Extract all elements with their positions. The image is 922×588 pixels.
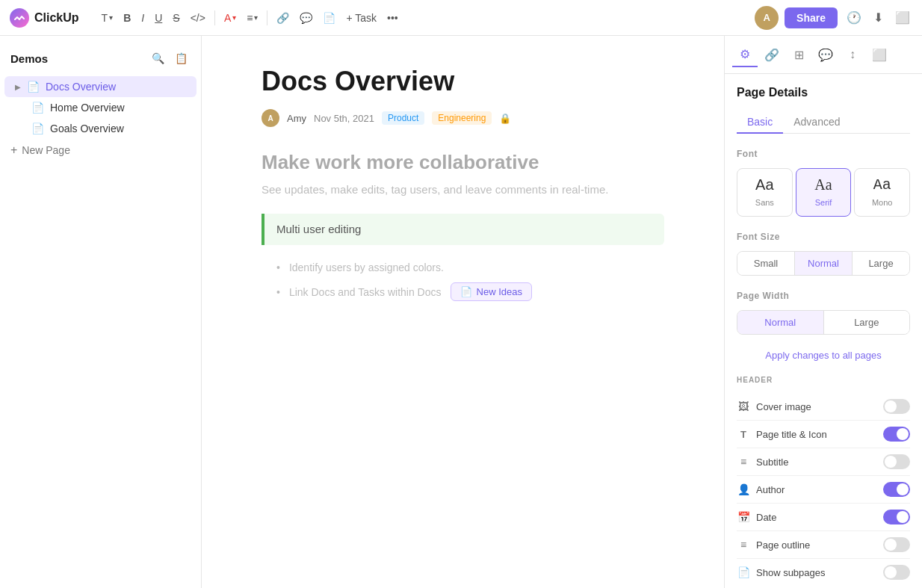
more-tools[interactable]: ••• bbox=[383, 9, 403, 27]
panel-tab-layout[interactable]: ⬜ bbox=[867, 42, 892, 67]
sidebar-add-doc-button[interactable]: 📋 bbox=[172, 49, 191, 67]
link-tool[interactable]: 🔗 bbox=[272, 9, 294, 27]
sidebar-item-label: Docs Overview bbox=[46, 81, 116, 93]
logo: ClickUp bbox=[9, 7, 79, 28]
font-label-mono: Mono bbox=[872, 198, 893, 207]
strikethrough-tool[interactable]: S bbox=[168, 9, 184, 27]
panel-title: Page Details bbox=[737, 86, 910, 99]
toggle-page-outline[interactable] bbox=[883, 537, 910, 552]
font-size-options: Small Normal Large bbox=[737, 251, 910, 276]
toggle-subtitle[interactable] bbox=[883, 454, 910, 469]
add-page-button[interactable]: + New Page bbox=[0, 139, 201, 161]
lock-icon: 🔒 bbox=[499, 113, 511, 124]
sidebar-item-docs-overview[interactable]: ▶ 📄 Docs Overview bbox=[4, 76, 197, 97]
toggle-label-subtitle: ≡ Subtitle bbox=[737, 456, 788, 468]
font-label-serif: Serif bbox=[815, 198, 832, 207]
add-task-tool[interactable]: + Task bbox=[341, 9, 381, 27]
toggle-text-author: Author bbox=[756, 484, 785, 495]
new-ideas-badge[interactable]: 📄 New Ideas bbox=[451, 282, 532, 301]
toggle-text-page-title: Page title & Icon bbox=[756, 429, 827, 440]
doc-icon: 📄 bbox=[27, 81, 40, 93]
show-subpages-icon: 📄 bbox=[737, 566, 750, 578]
document-title: Docs Overview bbox=[262, 66, 664, 97]
formatting-tools: T ▾ B I U S </> A ▾ ≡ ▾ 🔗 💬 📄 + Task ••• bbox=[97, 9, 749, 27]
sidebar-header: Demos 🔍 📋 bbox=[0, 45, 201, 76]
date-icon: 📅 bbox=[737, 511, 750, 523]
panel-tab-settings[interactable]: ⚙ bbox=[732, 42, 758, 67]
main-layout: Demos 🔍 📋 ▶ 📄 Docs Overview 📄 Home Overv… bbox=[0, 36, 922, 588]
toggle-row-show-subpages: 📄 Show subpages bbox=[737, 559, 910, 586]
toggle-label-page-title: T Page title & Icon bbox=[737, 429, 827, 440]
font-option-mono[interactable]: Aa Mono bbox=[854, 168, 910, 217]
page-outline-icon: ≡ bbox=[737, 539, 750, 551]
toggle-cover-image[interactable] bbox=[883, 399, 910, 414]
font-options: Aa Sans Aa Serif Aa Mono bbox=[737, 168, 910, 217]
view-toggle-button[interactable]: ⬜ bbox=[892, 7, 913, 28]
font-sample-serif: Aa bbox=[801, 176, 847, 194]
sidebar-search-button[interactable]: 🔍 bbox=[149, 49, 167, 67]
panel-tab-comment[interactable]: 💬 bbox=[813, 42, 838, 67]
sidebar-item-goals-overview[interactable]: 📄 Goals Overview bbox=[4, 118, 197, 139]
toggle-row-page-outline: ≡ Page outline bbox=[737, 531, 910, 559]
share-button[interactable]: Share bbox=[785, 7, 838, 28]
toggle-date[interactable] bbox=[883, 510, 910, 524]
toggle-author[interactable] bbox=[883, 482, 910, 497]
apply-changes-link[interactable]: Apply changes to all pages bbox=[737, 350, 910, 361]
history-button[interactable]: 🕐 bbox=[844, 7, 864, 28]
export-button[interactable]: ⬇ bbox=[870, 7, 886, 28]
page-width-large[interactable]: Large bbox=[824, 311, 910, 334]
tag-engineering[interactable]: Engineering bbox=[432, 111, 492, 125]
panel-tab-sort[interactable]: ↕ bbox=[840, 42, 865, 67]
bullet-dot: • bbox=[276, 261, 280, 273]
font-option-sans[interactable]: Aa Sans bbox=[737, 168, 793, 217]
comment-tool[interactable]: 💬 bbox=[295, 9, 317, 27]
bold-tool[interactable]: B bbox=[119, 9, 135, 27]
toggle-label-show-subpages: 📄 Show subpages bbox=[737, 566, 826, 578]
right-panel: ⚙ 🔗 ⊞ 💬 ↕ ⬜ Page Details Basic Advanced … bbox=[724, 36, 922, 588]
page-width-normal[interactable]: Normal bbox=[737, 311, 824, 334]
sidebar-item-home-overview[interactable]: 📄 Home Overview bbox=[4, 97, 197, 118]
italic-tool[interactable]: I bbox=[137, 9, 149, 27]
color-tool[interactable]: A ▾ bbox=[220, 9, 241, 27]
align-tool[interactable]: ≡ ▾ bbox=[242, 9, 262, 27]
toggle-text-cover-image: Cover image bbox=[756, 401, 811, 412]
bullet-text: Identify users by assigned colors. bbox=[289, 261, 444, 273]
document-subheading: See updates, make edits, tag users, and … bbox=[262, 183, 664, 196]
page-width-options: Normal Large bbox=[737, 310, 910, 335]
svg-point-0 bbox=[10, 8, 29, 28]
app-name: ClickUp bbox=[34, 11, 79, 25]
toggle-page-title[interactable] bbox=[883, 427, 910, 442]
panel-tab-grid[interactable]: ⊞ bbox=[786, 42, 811, 67]
code-tool[interactable]: </> bbox=[186, 9, 210, 27]
author-avatar: A bbox=[262, 109, 279, 127]
font-size-large[interactable]: Large bbox=[853, 252, 909, 275]
toggle-row-page-title: T Page title & Icon bbox=[737, 421, 910, 448]
plus-icon: + bbox=[10, 143, 17, 157]
font-size-section-label: Font Size bbox=[737, 232, 910, 242]
sub-tab-basic[interactable]: Basic bbox=[737, 111, 783, 134]
page-title-icon: T bbox=[737, 429, 750, 440]
author-icon: 👤 bbox=[737, 483, 750, 495]
sidebar-header-icons: 🔍 📋 bbox=[149, 49, 191, 67]
bullet-text: Link Docs and Tasks within Docs bbox=[289, 286, 442, 298]
chevron-icon: ▶ bbox=[15, 83, 21, 91]
tag-product[interactable]: Product bbox=[382, 111, 424, 125]
panel-tab-link[interactable]: 🔗 bbox=[759, 42, 785, 67]
sub-tab-advanced[interactable]: Advanced bbox=[783, 111, 850, 134]
font-option-serif[interactable]: Aa Serif bbox=[796, 168, 852, 217]
document-date: Nov 5th, 2021 bbox=[314, 113, 374, 124]
font-size-normal[interactable]: Normal bbox=[795, 252, 853, 275]
bullet-item-1: • Identify users by assigned colors. bbox=[262, 257, 664, 278]
tool-separator-2 bbox=[267, 10, 267, 25]
bullet-dot: • bbox=[276, 286, 280, 298]
toggle-row-cover-image: 🖼 Cover image bbox=[737, 393, 910, 421]
font-size-small[interactable]: Small bbox=[737, 252, 795, 275]
toggle-show-subpages[interactable] bbox=[883, 565, 910, 580]
underline-tool[interactable]: U bbox=[150, 9, 167, 27]
text-tool[interactable]: T ▾ bbox=[97, 9, 118, 27]
header-section-label: HEADER bbox=[737, 376, 910, 384]
doc-tool[interactable]: 📄 bbox=[318, 9, 340, 27]
panel-tabs: ⚙ 🔗 ⊞ 💬 ↕ ⬜ bbox=[725, 36, 922, 74]
toggle-text-page-outline: Page outline bbox=[756, 539, 810, 551]
toggle-text-date: Date bbox=[756, 512, 776, 523]
